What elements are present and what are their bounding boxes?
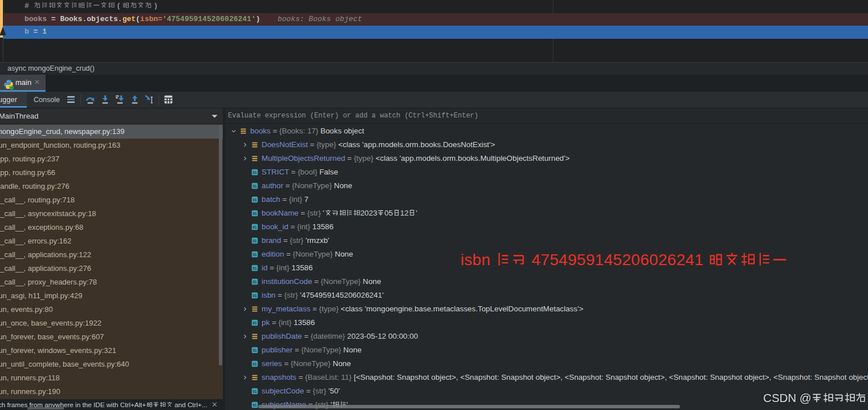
- svg-text:01: 01: [252, 280, 257, 284]
- svg-text:01: 01: [252, 362, 257, 366]
- svg-text:01: 01: [252, 403, 257, 407]
- svg-text:01: 01: [252, 321, 257, 325]
- svg-text:01: 01: [252, 198, 257, 202]
- svg-text:01: 01: [252, 294, 257, 298]
- svg-text:01: 01: [252, 389, 257, 393]
- svg-text:01: 01: [252, 171, 257, 174]
- svg-text:01: 01: [252, 253, 257, 257]
- svg-text:01: 01: [252, 212, 257, 216]
- svg-text:01: 01: [252, 239, 257, 243]
- svg-text:01: 01: [252, 184, 257, 188]
- svg-text:01: 01: [252, 348, 257, 352]
- svg-text:01: 01: [252, 266, 257, 270]
- svg-text:01: 01: [252, 225, 257, 229]
